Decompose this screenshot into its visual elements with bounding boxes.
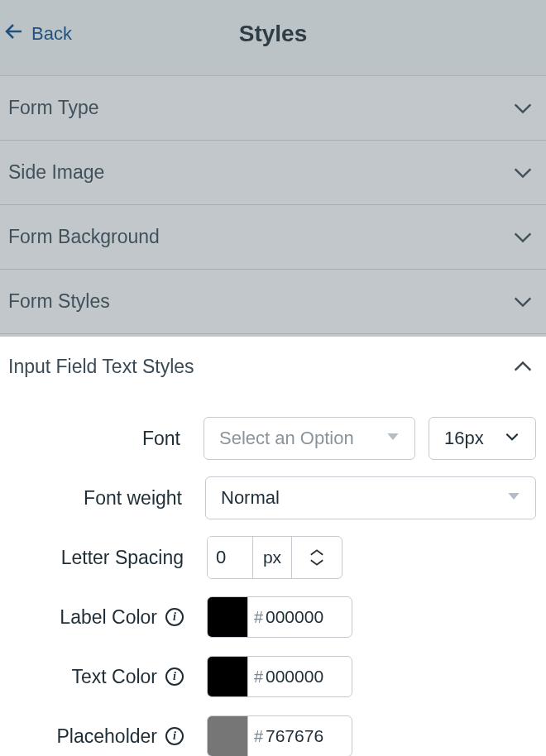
accordion-label: Form Background	[8, 226, 160, 248]
back-button[interactable]: Back	[3, 22, 72, 46]
letter-spacing-input[interactable]	[208, 537, 252, 578]
stepper-arrows[interactable]	[292, 537, 342, 578]
accordion-form-styles[interactable]: Form Styles	[0, 270, 546, 334]
chevron-down-icon	[511, 161, 534, 184]
back-label: Back	[31, 23, 72, 45]
accordion-label: Form Type	[8, 97, 99, 119]
accordion-label: Input Field Text Styles	[8, 356, 194, 378]
arrow-left-icon	[3, 22, 23, 46]
row-font: Font Select an Option 16px	[0, 409, 536, 468]
info-icon[interactable]: i	[165, 727, 184, 745]
panel-header: Back Styles	[0, 0, 546, 76]
chevron-down-icon	[511, 226, 534, 249]
chevron-up-icon	[309, 548, 324, 557]
chevron-up-icon	[511, 355, 534, 378]
placeholder-hex-input[interactable]	[264, 716, 347, 756]
font-label: Font	[142, 428, 180, 450]
svg-marker-0	[387, 433, 398, 440]
color-swatch[interactable]	[208, 597, 247, 637]
placeholder-color-field: #	[207, 715, 352, 756]
caret-down-icon	[507, 490, 520, 506]
hash-prefix: #	[247, 597, 264, 637]
accordion-form-type[interactable]: Form Type	[0, 76, 546, 141]
placeholder-label: Placeholder	[57, 725, 157, 748]
text-color-hex-input[interactable]	[264, 657, 347, 696]
font-size-select[interactable]: 16px	[429, 417, 536, 460]
accordion-form-background[interactable]: Form Background	[0, 205, 546, 270]
info-icon[interactable]: i	[165, 608, 184, 626]
letter-spacing-label: Letter Spacing	[61, 547, 184, 569]
chevron-down-icon	[511, 290, 534, 313]
page-title: Styles	[239, 21, 308, 47]
row-label-color: Label Color i #	[0, 587, 536, 647]
accordion-label: Side Image	[8, 161, 104, 184]
row-letter-spacing: Letter Spacing px	[0, 528, 536, 587]
label-color-field: #	[207, 596, 352, 638]
select-placeholder: Select an Option	[219, 428, 354, 449]
hash-prefix: #	[247, 716, 264, 756]
label-color-label: Label Color	[60, 606, 157, 629]
font-weight-select[interactable]: Normal	[205, 476, 536, 519]
accordion-side-image[interactable]: Side Image	[0, 141, 546, 205]
chevron-down-icon	[504, 428, 520, 448]
color-swatch[interactable]	[208, 716, 247, 756]
font-weight-value: Normal	[221, 487, 280, 509]
font-weight-label: Font weight	[84, 487, 182, 510]
chevron-down-icon	[511, 97, 534, 120]
accordion-label: Form Styles	[8, 290, 110, 313]
row-placeholder: Placeholder i #	[0, 706, 536, 756]
font-family-select[interactable]: Select an Option	[204, 417, 415, 460]
hash-prefix: #	[247, 657, 264, 696]
caret-down-icon	[386, 430, 400, 447]
row-font-weight: Font weight Normal	[0, 468, 536, 528]
unit-label: px	[252, 537, 292, 578]
row-text-color: Text Color i #	[0, 647, 536, 706]
color-swatch[interactable]	[208, 657, 247, 696]
text-color-label: Text Color	[71, 666, 157, 688]
input-field-text-styles-panel: Font Select an Option 16px Font weight N…	[0, 399, 546, 756]
letter-spacing-stepper: px	[207, 536, 342, 579]
info-icon[interactable]: i	[165, 667, 184, 686]
accordion-input-field-text-styles[interactable]: Input Field Text Styles	[0, 334, 546, 399]
svg-marker-1	[508, 493, 519, 500]
chevron-down-icon	[309, 558, 324, 567]
text-color-field: #	[207, 656, 352, 697]
label-color-hex-input[interactable]	[264, 597, 347, 637]
font-size-value: 16px	[444, 428, 484, 449]
